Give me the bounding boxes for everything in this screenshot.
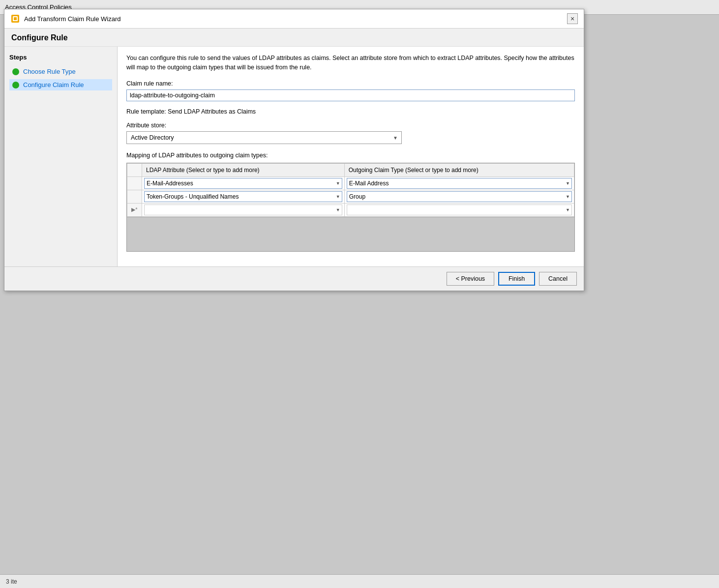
step-text-choose-rule-type: Choose Rule Type (23, 68, 76, 75)
row-3-outgoing-wrapper: ▼ (347, 205, 572, 215)
attribute-store-select[interactable]: Active Directory (126, 131, 402, 144)
dialog-heading-text: Configure Rule (11, 33, 577, 42)
row-3-ldap-select[interactable] (144, 205, 342, 215)
row-1-ldap-wrapper: E-Mail-Addresses ▼ (144, 178, 342, 189)
step-dot-choose-rule-type (12, 68, 19, 75)
claim-rule-name-input[interactable] (126, 89, 575, 101)
row-3-outgoing-select[interactable] (347, 205, 572, 215)
row-1-outgoing-cell: E-Mail Address ▼ (344, 176, 574, 190)
row-1-outgoing-select[interactable]: E-Mail Address (347, 178, 572, 189)
row-2-outgoing-cell: Group ▼ (344, 190, 574, 203)
claim-rule-name-label: Claim rule name: (126, 80, 575, 87)
row-3-indicator: ▶* (127, 203, 142, 216)
previous-button[interactable]: < Previous (447, 272, 494, 286)
step-dot-configure-claim-rule (12, 82, 19, 88)
attribute-store-label: Attribute store: (126, 122, 575, 129)
table-row: E-Mail-Addresses ▼ E-Mail Address (127, 176, 574, 190)
row-3-ldap-wrapper: ▼ (144, 205, 342, 215)
row-1-ldap-cell: E-Mail-Addresses ▼ (142, 176, 345, 190)
mapping-table: LDAP Attribute (Select or type to add mo… (127, 163, 574, 217)
row-1-outgoing-wrapper: E-Mail Address ▼ (347, 178, 572, 189)
dialog-heading-area: Configure Rule (4, 29, 584, 47)
table-row: Token-Groups - Unqualified Names ▼ Group (127, 190, 574, 203)
content-panel: You can configure this rule to send the … (118, 47, 584, 266)
table-empty-area (127, 217, 574, 251)
dialog-icon (10, 14, 20, 24)
row-1-indicator (127, 176, 142, 190)
step-item-configure-claim-rule[interactable]: Configure Claim Rule (9, 79, 112, 90)
description-text: You can configure this rule to send the … (126, 54, 575, 72)
dialog-titlebar: Add Transform Claim Rule Wizard × (4, 9, 584, 29)
mapping-label: Mapping of LDAP attributes to outgoing c… (126, 152, 575, 159)
row-2-ldap-cell: Token-Groups - Unqualified Names ▼ (142, 190, 345, 203)
row-3-outgoing-cell: ▼ (344, 203, 574, 216)
table-row-new: ▶* ▼ (127, 203, 574, 216)
row-2-ldap-select[interactable]: Token-Groups - Unqualified Names (144, 191, 342, 202)
step-text-configure-claim-rule: Configure Claim Rule (23, 81, 84, 88)
table-header-indicator (127, 163, 142, 176)
dialog-title: Add Transform Claim Rule Wizard (24, 15, 563, 23)
steps-panel: Steps Choose Rule Type Configure Claim R… (4, 47, 118, 266)
attribute-store-wrapper: Active Directory ▼ (126, 131, 402, 144)
row-2-outgoing-select[interactable]: Group (347, 191, 572, 202)
cancel-button[interactable]: Cancel (539, 272, 577, 286)
status-bar: 3 ite (0, 574, 719, 588)
status-text: 3 ite (6, 578, 17, 585)
row-3-ldap-cell: ▼ (142, 203, 345, 216)
step-item-choose-rule-type[interactable]: Choose Rule Type (9, 66, 112, 77)
rule-template-text: Rule template: Send LDAP Attributes as C… (126, 108, 575, 115)
table-header-ldap: LDAP Attribute (Select or type to add mo… (142, 163, 345, 176)
svg-rect-2 (14, 17, 17, 20)
dialog-body: Steps Choose Rule Type Configure Claim R… (4, 47, 584, 266)
row-1-ldap-select[interactable]: E-Mail-Addresses (144, 178, 342, 189)
row-2-indicator (127, 190, 142, 203)
finish-button[interactable]: Finish (498, 272, 535, 286)
table-header-outgoing: Outgoing Claim Type (Select or type to a… (344, 163, 574, 176)
row-2-ldap-wrapper: Token-Groups - Unqualified Names ▼ (144, 191, 342, 202)
steps-label: Steps (9, 54, 112, 61)
dialog-footer: < Previous Finish Cancel (4, 266, 584, 291)
row-2-outgoing-wrapper: Group ▼ (347, 191, 572, 202)
mapping-table-wrapper: LDAP Attribute (Select or type to add mo… (126, 163, 575, 252)
dialog-window: Add Transform Claim Rule Wizard × Config… (4, 9, 584, 291)
dialog-close-button[interactable]: × (567, 13, 578, 24)
